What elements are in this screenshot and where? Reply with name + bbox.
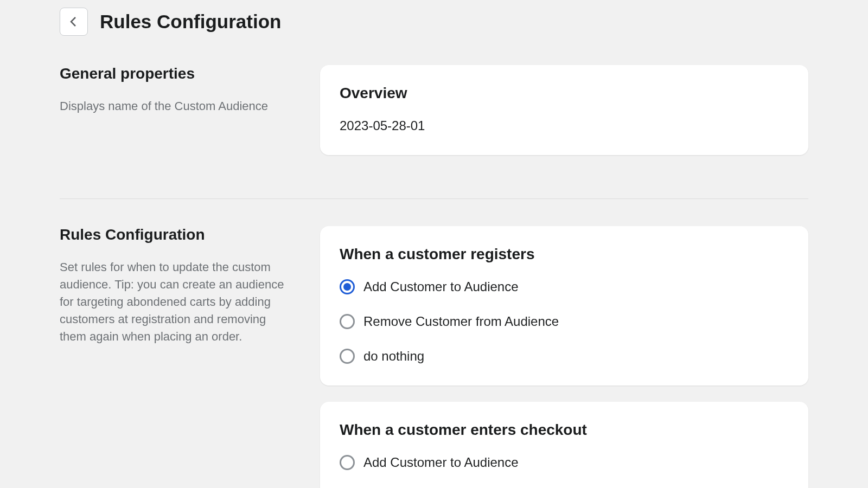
page-container: Rules Configuration General properties D… (0, 0, 868, 488)
overview-card-title: Overview (340, 85, 789, 102)
customer-checkout-title: When a customer enters checkout (340, 421, 789, 439)
radio-label: Add Customer to Audience (363, 455, 519, 470)
radio-circle-icon (340, 455, 355, 470)
back-button[interactable] (60, 8, 88, 36)
radio-registers-nothing[interactable]: do nothing (340, 349, 789, 364)
radio-circle-icon (340, 314, 355, 329)
radio-label: Add Customer to Audience (363, 279, 519, 294)
radio-registers-remove[interactable]: Remove Customer from Audience (340, 314, 789, 329)
rules-config-sidebar: Rules Configuration Set rules for when t… (60, 226, 288, 488)
customer-registers-title: When a customer registers (340, 246, 789, 263)
radio-circle-icon (340, 349, 355, 364)
general-properties-desc: Displays name of the Custom Audience (60, 98, 288, 115)
page-header: Rules Configuration (60, 8, 808, 36)
radio-checkout-add[interactable]: Add Customer to Audience (340, 455, 789, 470)
radio-dot-icon (343, 283, 351, 291)
rules-config-section: Rules Configuration Set rules for when t… (60, 226, 808, 488)
rules-config-content: When a customer registers Add Customer t… (320, 226, 808, 488)
general-properties-content: Overview 2023-05-28-01 (320, 65, 808, 171)
radio-label: do nothing (363, 349, 424, 364)
radio-registers-add[interactable]: Add Customer to Audience (340, 279, 789, 294)
general-properties-sidebar: General properties Displays name of the … (60, 65, 288, 171)
customer-registers-card: When a customer registers Add Customer t… (320, 226, 808, 386)
rules-config-desc: Set rules for when to update the custom … (60, 259, 288, 345)
customer-checkout-card: When a customer enters checkout Add Cust… (320, 402, 808, 488)
rules-config-title: Rules Configuration (60, 226, 288, 243)
page-title: Rules Configuration (100, 11, 281, 33)
radio-circle-icon (340, 279, 355, 294)
arrow-left-icon (67, 15, 80, 28)
overview-card-value: 2023-05-28-01 (340, 118, 789, 133)
overview-card: Overview 2023-05-28-01 (320, 65, 808, 155)
general-properties-title: General properties (60, 65, 288, 82)
radio-label: Remove Customer from Audience (363, 314, 559, 329)
general-properties-section: General properties Displays name of the … (60, 65, 808, 199)
